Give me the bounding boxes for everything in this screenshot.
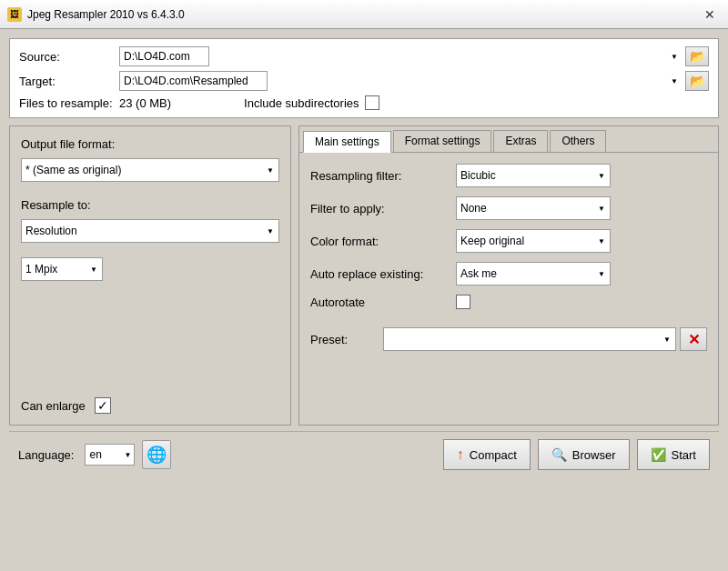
preset-select-wrapper [383,327,676,351]
auto-replace-wrapper: Ask me [456,262,611,286]
include-subdir-label: Include subdirectories [244,96,359,110]
window-title: Jpeg Resampler 2010 vs 6.4.3.0 [27,8,699,21]
main-content: Source: D:\LO4D.com 📂 Target: D:\LO4D.co… [0,29,728,486]
filter-apply-label: Filter to apply: [310,202,456,215]
source-label: Source: [19,50,119,64]
can-enlarge-checkbox[interactable]: ✓ [95,397,111,414]
filter-apply-select[interactable]: None [456,196,611,220]
color-format-label: Color format: [310,235,456,248]
resample-label: Resample to: [21,198,279,212]
preset-label: Preset: [310,333,383,346]
files-count: 23 (0 MB) [119,96,171,110]
start-button[interactable]: ✅ Start [637,439,710,470]
browser-label: Browser [572,448,616,462]
size-select[interactable]: 1 Mpix [21,257,103,281]
color-format-select[interactable]: Keep original [456,229,611,253]
filter-apply-wrapper: None [456,196,611,220]
bottom-panels: Output file format: * (Same as original)… [9,125,719,426]
resampling-filter-select[interactable]: Bicubic [456,164,611,187]
can-enlarge-label: Can enlarge [21,399,86,413]
source-folder-button[interactable]: 📂 [685,46,709,66]
color-format-wrapper: Keep original [456,229,611,253]
target-input-container: D:\LO4D.com\Resampled 📂 [119,71,709,91]
include-subdir-checkbox[interactable] [365,95,379,110]
tab-format-settings[interactable]: Format settings [393,130,492,152]
globe-button[interactable]: 🌐 [142,440,171,469]
auto-replace-label: Auto replace existing: [310,267,456,281]
tabs-container: Main settings Format settings Extras Oth… [299,126,718,153]
title-bar: 🖼 Jpeg Resampler 2010 vs 6.4.3.0 ✕ [0,0,728,29]
resample-wrapper: Resolution [21,219,279,243]
app-icon: 🖼 [7,7,22,22]
resampling-filter-row: Resampling filter: Bicubic [310,164,707,187]
auto-replace-row: Auto replace existing: Ask me [310,262,707,286]
resampling-filter-label: Resampling filter: [310,169,456,183]
source-input-container: D:\LO4D.com 📂 [119,46,709,66]
start-icon: ✅ [651,447,666,462]
compact-button[interactable]: ↑ Compact [443,439,531,470]
close-button[interactable]: ✕ [699,5,721,24]
output-format-select[interactable]: * (Same as original) [21,158,279,182]
language-label: Language: [18,448,74,462]
source-select-wrapper: D:\LO4D.com [119,46,682,66]
source-row: Source: D:\LO4D.com 📂 [19,46,709,66]
preset-row: Preset: ✕ [310,327,707,351]
tab-extras[interactable]: Extras [493,130,548,152]
target-select[interactable]: D:\LO4D.com\Resampled [119,71,268,91]
compact-icon: ↑ [457,446,464,463]
resample-select[interactable]: Resolution [21,219,279,243]
resampling-filter-wrapper: Bicubic [456,164,611,187]
language-select[interactable]: en [85,444,135,466]
autorotate-checkbox[interactable] [456,295,470,309]
left-panel: Output file format: * (Same as original)… [9,125,291,426]
language-select-wrapper: en [85,444,135,466]
top-panel: Source: D:\LO4D.com 📂 Target: D:\LO4D.co… [9,38,719,118]
preset-delete-button[interactable]: ✕ [680,327,707,351]
target-select-wrapper: D:\LO4D.com\Resampled [119,71,682,91]
autorotate-label: Autorotate [310,296,456,309]
target-row: Target: D:\LO4D.com\Resampled 📂 [19,71,709,91]
auto-replace-select[interactable]: Ask me [456,262,611,286]
can-enlarge-row: Can enlarge ✓ [21,379,279,414]
browser-icon: 🔍 [551,447,567,462]
tab-others[interactable]: Others [550,130,606,152]
files-label: Files to resample: [19,96,119,110]
filter-apply-row: Filter to apply: None [310,196,707,220]
source-select[interactable]: D:\LO4D.com [119,46,209,66]
tab-main-settings[interactable]: Main settings [303,131,391,153]
output-format-label: Output file format: [21,137,279,151]
preset-select[interactable] [383,327,676,351]
files-row: Files to resample: 23 (0 MB) Include sub… [19,95,709,110]
target-folder-button[interactable]: 📂 [685,71,709,91]
target-label: Target: [19,75,119,88]
size-wrapper: 1 Mpix [21,257,103,281]
color-format-row: Color format: Keep original [310,229,707,253]
tab-content: Resampling filter: Bicubic Filter to app… [299,153,718,425]
start-label: Start [672,448,696,462]
include-subdir-container: Include subdirectories [244,95,379,110]
browser-button[interactable]: 🔍 Browser [538,439,630,470]
bottom-bar: Language: en 🌐 ↑ Compact 🔍 Browser ✅ Sta… [9,431,719,477]
compact-label: Compact [470,448,517,462]
autorotate-row: Autorotate [310,295,707,309]
output-format-wrapper: * (Same as original) [21,158,279,182]
right-panel: Main settings Format settings Extras Oth… [298,125,719,426]
size-row: 1 Mpix [21,257,279,281]
left-panel-inner: Output file format: * (Same as original)… [21,137,279,414]
